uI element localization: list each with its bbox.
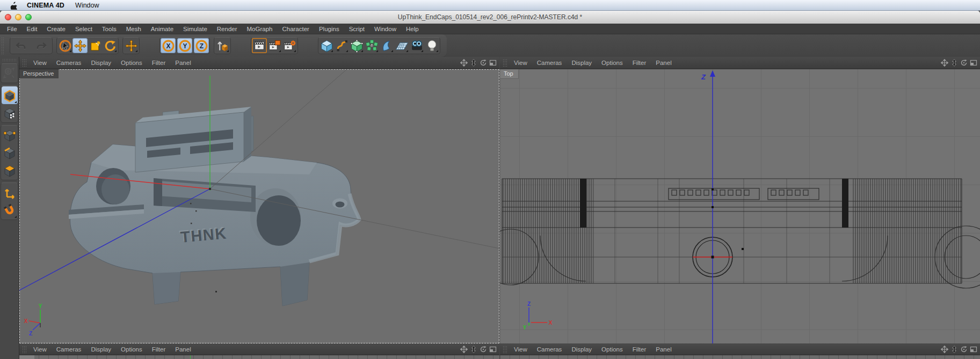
add-camera-button[interactable] [409, 38, 424, 53]
vp-menu-display[interactable]: Display [567, 346, 597, 353]
menu-select[interactable]: Select [70, 26, 97, 32]
menu-script[interactable]: Script [344, 26, 369, 32]
redo-button[interactable] [31, 38, 52, 53]
render-view-button[interactable] [252, 38, 267, 53]
lock-z-axis-button[interactable]: Z [194, 38, 209, 53]
menu-animate[interactable]: Animate [146, 26, 178, 32]
toggle-viewport-icon[interactable] [489, 59, 497, 67]
zoom-viewport-icon[interactable] [470, 346, 477, 353]
edges-mode-button[interactable] [2, 144, 18, 162]
toggle-viewport-icon[interactable] [970, 59, 977, 67]
menu-create[interactable]: Create [42, 26, 70, 32]
move-viewport-icon[interactable] [941, 346, 948, 353]
vp-menu-view[interactable]: View [509, 60, 532, 66]
zoom-viewport-icon[interactable] [950, 346, 958, 353]
add-subdivision-surface-button[interactable] [349, 38, 364, 53]
vp-menu-cameras[interactable]: Cameras [532, 60, 567, 66]
polygons-mode-button[interactable] [2, 162, 18, 179]
zoom-window-button[interactable] [25, 14, 32, 20]
rotate-tool-button[interactable] [103, 38, 118, 53]
zoom-viewport-icon[interactable] [470, 59, 477, 67]
make-editable-button[interactable] [2, 64, 18, 82]
minimize-window-button[interactable] [15, 14, 21, 20]
model-mode-button[interactable] [2, 86, 18, 104]
viewport-header-drag-handle[interactable] [503, 346, 507, 353]
close-window-button[interactable] [5, 14, 11, 20]
viewport-bottom-left-sliver[interactable] [19, 355, 499, 359]
macos-menu-window[interactable]: Window [75, 2, 99, 9]
texture-mode-button[interactable] [2, 104, 18, 122]
apple-icon[interactable] [8, 1, 18, 10]
menu-help[interactable]: Help [401, 26, 424, 32]
vp-menu-view[interactable]: View [28, 346, 52, 353]
menu-mograph[interactable]: MoGraph [242, 26, 278, 32]
toolbar-drag-handle[interactable] [1, 37, 5, 54]
rotate-viewport-icon[interactable] [960, 346, 968, 353]
menu-mesh[interactable]: Mesh [121, 26, 146, 32]
vp-menu-panel[interactable]: Panel [651, 60, 676, 66]
viewport-bottom-right-sliver[interactable] [500, 355, 980, 359]
lock-y-axis-button[interactable]: Y [177, 38, 192, 53]
scale-tool-button[interactable] [88, 38, 103, 53]
vp-menu-panel[interactable]: Panel [170, 60, 195, 66]
vp-menu-options[interactable]: Options [116, 60, 147, 66]
menu-edit[interactable]: Edit [22, 26, 42, 32]
lock-x-axis-button[interactable]: X [161, 38, 176, 53]
coordinate-system-button[interactable] [215, 38, 230, 53]
toggle-viewport-icon[interactable] [489, 346, 497, 353]
enable-axis-button[interactable] [2, 184, 18, 201]
menu-tools[interactable]: Tools [97, 26, 121, 32]
vp-menu-filter[interactable]: Filter [628, 60, 651, 66]
palette-drag-handle[interactable] [2, 58, 17, 62]
vp-menu-view[interactable]: View [509, 346, 532, 353]
vp-menu-filter[interactable]: Filter [147, 60, 171, 66]
vp-menu-filter[interactable]: Filter [628, 346, 651, 353]
move-viewport-icon[interactable] [460, 59, 468, 67]
viewport-perspective[interactable]: Perspective [19, 69, 499, 343]
vp-menu-options[interactable]: Options [116, 346, 147, 353]
menu-simulate[interactable]: Simulate [178, 26, 212, 32]
add-cube-button[interactable] [319, 38, 334, 53]
move-viewport-icon[interactable] [460, 346, 468, 353]
menu-window[interactable]: Window [369, 26, 401, 32]
vp-menu-cameras[interactable]: Cameras [52, 60, 86, 66]
menu-file[interactable]: File [2, 26, 22, 32]
add-spline-button[interactable] [334, 38, 349, 53]
undo-button[interactable] [11, 38, 31, 53]
move-tool-button[interactable] [72, 38, 88, 53]
add-deformer-button[interactable] [379, 38, 394, 53]
vp-menu-view[interactable]: View [28, 60, 52, 66]
last-used-tool-button[interactable] [124, 38, 139, 53]
vp-menu-cameras[interactable]: Cameras [532, 346, 567, 353]
live-selection-button[interactable] [57, 38, 72, 53]
vp-menu-filter[interactable]: Filter [147, 346, 171, 353]
viewport-header-drag-handle[interactable] [22, 346, 27, 353]
macos-app-name[interactable]: CINEMA 4D [27, 2, 64, 9]
vp-menu-options[interactable]: Options [597, 60, 628, 66]
vp-menu-display[interactable]: Display [86, 346, 116, 353]
vp-menu-display[interactable]: Display [86, 60, 116, 66]
points-mode-button[interactable] [2, 126, 18, 144]
toggle-viewport-icon[interactable] [970, 346, 977, 353]
vp-menu-panel[interactable]: Panel [651, 346, 676, 353]
move-viewport-icon[interactable] [941, 59, 948, 67]
vp-menu-display[interactable]: Display [567, 60, 597, 66]
viewport-header-drag-handle[interactable] [22, 59, 27, 67]
add-light-button[interactable] [424, 38, 439, 53]
rotate-viewport-icon[interactable] [480, 59, 487, 67]
vp-menu-panel[interactable]: Panel [170, 346, 195, 353]
rotate-viewport-icon[interactable] [480, 346, 487, 353]
add-floor-button[interactable] [394, 38, 409, 53]
snap-settings-button[interactable] [2, 201, 18, 219]
menu-plugins[interactable]: Plugins [314, 26, 344, 32]
viewport-top[interactable]: Top [500, 69, 980, 343]
vp-menu-options[interactable]: Options [597, 346, 628, 353]
vp-menu-cameras[interactable]: Cameras [52, 346, 86, 353]
render-to-picture-viewer-button[interactable] [267, 38, 282, 53]
viewport-header-drag-handle[interactable] [503, 59, 507, 67]
menu-character[interactable]: Character [277, 26, 314, 32]
zoom-viewport-icon[interactable] [950, 59, 958, 67]
menu-render[interactable]: Render [212, 26, 242, 32]
edit-render-settings-button[interactable] [282, 38, 297, 53]
rotate-viewport-icon[interactable] [960, 59, 968, 67]
